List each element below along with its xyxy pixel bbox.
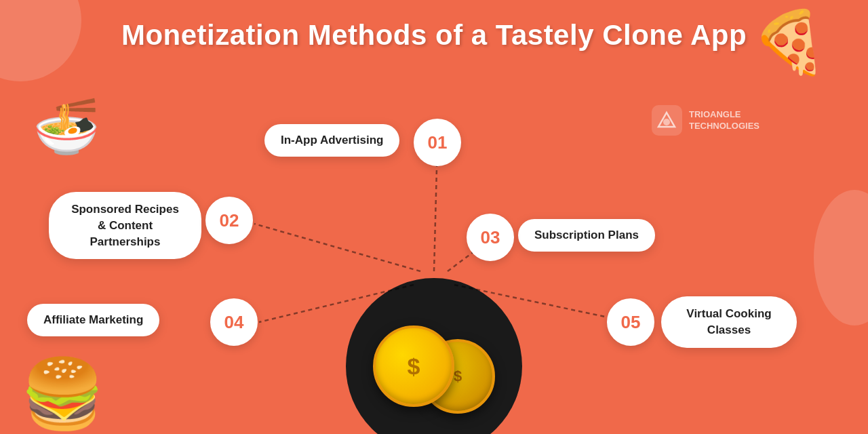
burger-icon: 🍔 xyxy=(20,354,105,434)
svg-line-3 xyxy=(254,224,420,271)
coin-front: $ xyxy=(373,326,454,407)
label-affiliate-marketing: Affiliate Marketing xyxy=(27,304,159,336)
main-container: Monetization Methods of a Tastely Clone … xyxy=(0,0,868,434)
label-virtual-cooking: Virtual CookingClasses xyxy=(661,296,797,348)
badge-01: 01 xyxy=(414,119,461,166)
logo-name: TRIOANGLE xyxy=(689,109,760,121)
label-text-02: Sponsored Recipes& Content Partnerships xyxy=(71,203,179,248)
page-title: Monetization Methods of a Tastely Clone … xyxy=(0,0,868,52)
logo-tagline: TECHNOLOGIES xyxy=(689,121,760,132)
svg-point-1 xyxy=(663,119,670,125)
badge-03: 03 xyxy=(467,214,514,261)
badge-05: 05 xyxy=(607,298,654,346)
label-text-01: In-App Advertising xyxy=(281,134,383,146)
label-text-03: Subscription Plans xyxy=(534,229,639,241)
label-text-05: Virtual CookingClasses xyxy=(686,307,771,336)
noodles-icon: 🍜 xyxy=(33,95,100,159)
logo-text: TRIOANGLE TECHNOLOGIES xyxy=(689,109,760,132)
label-sponsored-recipes: Sponsored Recipes& Content Partnerships xyxy=(49,192,201,259)
label-subscription-plans: Subscription Plans xyxy=(518,219,655,252)
badge-02: 02 xyxy=(205,197,253,244)
center-coin-circle: $ $ xyxy=(346,278,522,434)
badge-04: 04 xyxy=(210,298,258,346)
coin-stack: $ $ xyxy=(373,319,495,414)
label-in-app-advertising: In-App Advertising xyxy=(264,124,399,157)
logo-area: TRIOANGLE TECHNOLOGIES xyxy=(652,105,760,136)
deco-circle-right xyxy=(814,190,868,326)
label-text-04: Affiliate Marketing xyxy=(43,313,143,326)
logo-icon xyxy=(652,105,682,136)
